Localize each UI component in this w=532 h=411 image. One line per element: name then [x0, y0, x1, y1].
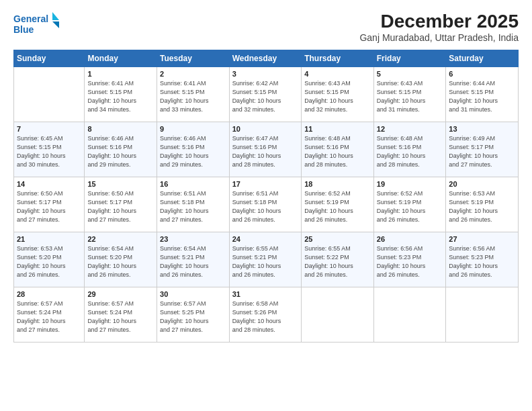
- logo: General Blue: [13, 11, 60, 38]
- day-number: 9: [160, 125, 226, 133]
- day-number: 1: [87, 70, 154, 78]
- day-number: 31: [232, 290, 299, 298]
- day-cell: 15Sunrise: 6:50 AMSunset: 5:17 PMDayligh…: [85, 177, 157, 232]
- day-cell: 4Sunrise: 6:43 AMSunset: 5:15 PMDaylight…: [302, 67, 374, 122]
- day-cell: 1Sunrise: 6:41 AMSunset: 5:15 PMDaylight…: [85, 67, 157, 122]
- day-number: 5: [377, 70, 443, 78]
- day-number: 29: [87, 290, 154, 298]
- day-info: Sunrise: 6:57 AMSunset: 5:24 PMDaylight:…: [87, 300, 154, 334]
- day-number: 11: [304, 125, 371, 133]
- day-cell: 22Sunrise: 6:54 AMSunset: 5:20 PMDayligh…: [85, 232, 157, 287]
- day-cell: 17Sunrise: 6:51 AMSunset: 5:18 PMDayligh…: [229, 177, 302, 232]
- day-number: 16: [160, 180, 226, 188]
- day-info: Sunrise: 6:41 AMSunset: 5:15 PMDaylight:…: [87, 79, 154, 114]
- day-number: 15: [87, 180, 154, 188]
- month-title: December 2025: [359, 11, 519, 32]
- day-cell: 20Sunrise: 6:53 AMSunset: 5:19 PMDayligh…: [446, 177, 519, 232]
- day-info: Sunrise: 6:53 AMSunset: 5:20 PMDaylight:…: [17, 244, 81, 279]
- day-cell: 29Sunrise: 6:57 AMSunset: 5:24 PMDayligh…: [85, 287, 157, 342]
- day-info: Sunrise: 6:44 AMSunset: 5:15 PMDaylight:…: [449, 79, 515, 114]
- day-cell: 16Sunrise: 6:51 AMSunset: 5:18 PMDayligh…: [157, 177, 230, 232]
- day-number: 26: [377, 235, 443, 243]
- week-row-1: 1Sunrise: 6:41 AMSunset: 5:15 PMDaylight…: [14, 67, 519, 122]
- day-cell: 2Sunrise: 6:41 AMSunset: 5:15 PMDaylight…: [157, 67, 230, 122]
- col-monday: Monday: [85, 50, 157, 67]
- day-number: 7: [17, 125, 81, 133]
- day-cell: 27Sunrise: 6:56 AMSunset: 5:23 PMDayligh…: [446, 232, 519, 287]
- day-cell: 18Sunrise: 6:52 AMSunset: 5:19 PMDayligh…: [302, 177, 374, 232]
- day-info: Sunrise: 6:43 AMSunset: 5:15 PMDaylight:…: [377, 79, 443, 114]
- day-info: Sunrise: 6:48 AMSunset: 5:16 PMDaylight:…: [304, 134, 371, 169]
- location: Ganj Muradabad, Uttar Pradesh, India: [359, 32, 519, 43]
- day-info: Sunrise: 6:46 AMSunset: 5:16 PMDaylight:…: [160, 134, 226, 169]
- day-info: Sunrise: 6:54 AMSunset: 5:21 PMDaylight:…: [160, 244, 226, 279]
- day-number: 23: [160, 235, 226, 243]
- day-cell: [446, 287, 519, 342]
- svg-marker-3: [52, 21, 59, 28]
- day-info: Sunrise: 6:47 AMSunset: 5:16 PMDaylight:…: [232, 134, 299, 169]
- svg-text:General: General: [13, 13, 48, 24]
- day-number: 2: [160, 70, 226, 78]
- col-friday: Friday: [373, 50, 446, 67]
- day-info: Sunrise: 6:43 AMSunset: 5:15 PMDaylight:…: [304, 79, 371, 114]
- day-info: Sunrise: 6:50 AMSunset: 5:17 PMDaylight:…: [87, 189, 154, 224]
- day-info: Sunrise: 6:55 AMSunset: 5:21 PMDaylight:…: [232, 244, 299, 279]
- day-info: Sunrise: 6:58 AMSunset: 5:26 PMDaylight:…: [232, 300, 299, 334]
- day-info: Sunrise: 6:57 AMSunset: 5:24 PMDaylight:…: [17, 300, 81, 334]
- day-number: 10: [232, 125, 299, 133]
- day-cell: [14, 67, 85, 122]
- day-info: Sunrise: 6:54 AMSunset: 5:20 PMDaylight:…: [87, 244, 154, 279]
- col-sunday: Sunday: [14, 50, 85, 67]
- day-cell: 9Sunrise: 6:46 AMSunset: 5:16 PMDaylight…: [157, 122, 230, 177]
- day-cell: 19Sunrise: 6:52 AMSunset: 5:19 PMDayligh…: [373, 177, 446, 232]
- day-number: 25: [304, 235, 371, 243]
- col-wednesday: Wednesday: [229, 50, 302, 67]
- day-number: 4: [304, 70, 371, 78]
- week-row-4: 21Sunrise: 6:53 AMSunset: 5:20 PMDayligh…: [14, 232, 519, 287]
- col-tuesday: Tuesday: [157, 50, 230, 67]
- calendar-table: Sunday Monday Tuesday Wednesday Thursday…: [13, 50, 519, 342]
- day-cell: 11Sunrise: 6:48 AMSunset: 5:16 PMDayligh…: [302, 122, 374, 177]
- day-number: 17: [232, 180, 299, 188]
- day-number: 13: [449, 125, 515, 133]
- day-number: 22: [87, 235, 154, 243]
- day-number: 8: [87, 125, 154, 133]
- day-info: Sunrise: 6:42 AMSunset: 5:15 PMDaylight:…: [232, 79, 299, 114]
- svg-text:Blue: Blue: [13, 24, 34, 35]
- day-number: 12: [377, 125, 443, 133]
- day-info: Sunrise: 6:45 AMSunset: 5:15 PMDaylight:…: [17, 134, 81, 169]
- day-number: 20: [449, 180, 515, 188]
- day-info: Sunrise: 6:53 AMSunset: 5:19 PMDaylight:…: [449, 189, 515, 224]
- week-row-3: 14Sunrise: 6:50 AMSunset: 5:17 PMDayligh…: [14, 177, 519, 232]
- day-cell: 26Sunrise: 6:56 AMSunset: 5:23 PMDayligh…: [373, 232, 446, 287]
- day-info: Sunrise: 6:48 AMSunset: 5:16 PMDaylight:…: [377, 134, 443, 169]
- day-number: 3: [232, 70, 299, 78]
- day-number: 30: [160, 290, 226, 298]
- day-cell: 8Sunrise: 6:46 AMSunset: 5:16 PMDaylight…: [85, 122, 157, 177]
- header-row: Sunday Monday Tuesday Wednesday Thursday…: [14, 50, 519, 67]
- calendar-page: General Blue December 2025 Ganj Muradaba…: [0, 0, 532, 411]
- header: General Blue December 2025 Ganj Muradaba…: [13, 11, 519, 43]
- col-thursday: Thursday: [302, 50, 374, 67]
- day-info: Sunrise: 6:55 AMSunset: 5:22 PMDaylight:…: [304, 244, 371, 279]
- day-number: 18: [304, 180, 371, 188]
- day-cell: 3Sunrise: 6:42 AMSunset: 5:15 PMDaylight…: [229, 67, 302, 122]
- day-info: Sunrise: 6:56 AMSunset: 5:23 PMDaylight:…: [377, 244, 443, 279]
- day-cell: 5Sunrise: 6:43 AMSunset: 5:15 PMDaylight…: [373, 67, 446, 122]
- day-cell: 12Sunrise: 6:48 AMSunset: 5:16 PMDayligh…: [373, 122, 446, 177]
- day-number: 6: [449, 70, 515, 78]
- svg-marker-2: [52, 12, 59, 20]
- day-info: Sunrise: 6:56 AMSunset: 5:23 PMDaylight:…: [449, 244, 515, 279]
- day-cell: 10Sunrise: 6:47 AMSunset: 5:16 PMDayligh…: [229, 122, 302, 177]
- day-info: Sunrise: 6:51 AMSunset: 5:18 PMDaylight:…: [232, 189, 299, 224]
- logo-svg: General Blue: [13, 11, 60, 38]
- day-number: 28: [17, 290, 81, 298]
- week-row-5: 28Sunrise: 6:57 AMSunset: 5:24 PMDayligh…: [14, 287, 519, 342]
- day-cell: 24Sunrise: 6:55 AMSunset: 5:21 PMDayligh…: [229, 232, 302, 287]
- day-cell: 28Sunrise: 6:57 AMSunset: 5:24 PMDayligh…: [14, 287, 85, 342]
- day-number: 14: [17, 180, 81, 188]
- title-block: December 2025 Ganj Muradabad, Uttar Prad…: [359, 11, 519, 43]
- day-info: Sunrise: 6:57 AMSunset: 5:25 PMDaylight:…: [160, 300, 226, 334]
- day-info: Sunrise: 6:46 AMSunset: 5:16 PMDaylight:…: [87, 134, 154, 169]
- day-cell: 23Sunrise: 6:54 AMSunset: 5:21 PMDayligh…: [157, 232, 230, 287]
